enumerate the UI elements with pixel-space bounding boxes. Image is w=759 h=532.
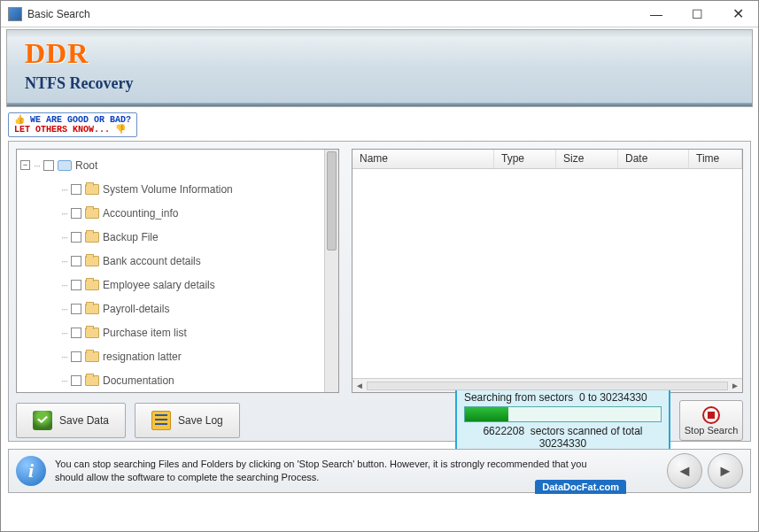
maximize-button[interactable]: ☐: [677, 1, 717, 27]
checkbox[interactable]: [71, 304, 81, 314]
list-header: NameTypeSizeDateTime: [352, 150, 742, 169]
folder-icon: [85, 208, 99, 219]
status-line1: Searching from sectors 0 to 30234330: [464, 391, 662, 404]
watermark: DataDocFat.com: [535, 480, 626, 494]
collapse-icon[interactable]: −: [20, 160, 30, 170]
folder-icon: [85, 184, 99, 195]
tree-item-label: Payroll-details: [103, 303, 169, 315]
column-header[interactable]: Type: [494, 150, 556, 168]
tree-item[interactable]: ···System Volume Information: [19, 177, 322, 201]
nav-prev-button[interactable]: ◄: [667, 453, 702, 489]
checkbox[interactable]: [43, 160, 54, 171]
save-data-button[interactable]: Save Data: [16, 403, 126, 438]
tree-item[interactable]: ···Purchase item list: [19, 320, 322, 344]
nav-next-button[interactable]: ►: [708, 453, 743, 489]
main-panel: −···Root···System Volume Information···A…: [8, 141, 751, 442]
status-line2: 6622208 sectors scanned of total 3023433…: [464, 425, 662, 450]
save-log-label: Save Log: [178, 414, 223, 427]
tree-item[interactable]: ···resignation latter: [19, 344, 322, 368]
tree-item-label: System Volume Information: [103, 183, 233, 196]
feedback-line2: LET OTHERS KNOW...: [14, 125, 110, 135]
folder-icon: [85, 304, 99, 314]
drive-icon: [58, 160, 72, 171]
app-icon: [8, 7, 22, 21]
folder-icon: [85, 375, 99, 386]
save-log-icon: [151, 411, 171, 430]
list-body: [352, 169, 742, 378]
column-header[interactable]: Name: [352, 150, 494, 168]
tree-item-label: Employee salary details: [103, 279, 215, 291]
tree-root[interactable]: −···Root: [19, 153, 322, 177]
brand-subtitle: NTFS Recovery: [25, 74, 734, 93]
tree-item[interactable]: ···Employee salary details: [19, 273, 322, 297]
hint-text: You can stop searching Files and Folders…: [55, 458, 743, 484]
folder-icon: [85, 280, 99, 290]
checkbox[interactable]: [71, 375, 81, 386]
stop-search-label: Stop Search: [685, 425, 739, 436]
tree-item[interactable]: ···Documentation: [19, 368, 322, 392]
checkbox[interactable]: [71, 351, 81, 362]
info-icon: i: [16, 456, 46, 486]
checkbox[interactable]: [71, 280, 81, 290]
scroll-left-icon[interactable]: ◄: [352, 381, 367, 390]
tree-item-label: Purchase item list: [103, 327, 187, 339]
checkbox[interactable]: [71, 208, 81, 219]
brand-logo: DDR: [25, 39, 734, 67]
tree-item[interactable]: ···Payroll-details: [19, 297, 322, 320]
folder-icon: [85, 256, 99, 266]
minimize-button[interactable]: —: [636, 1, 677, 27]
status-box: Searching from sectors 0 to 30234330 662…: [455, 386, 670, 455]
window-title: Basic Search: [27, 8, 636, 20]
checkbox[interactable]: [71, 328, 81, 338]
tree-item-label: Documentation: [103, 374, 174, 387]
checkbox[interactable]: [71, 256, 81, 266]
tree-item[interactable]: ···Bank account details: [19, 249, 322, 273]
banner: DDR NTFS Recovery: [6, 29, 753, 107]
checkbox[interactable]: [71, 232, 81, 243]
column-header[interactable]: Date: [618, 150, 689, 168]
file-list[interactable]: NameTypeSizeDateTime ◄ ►: [352, 149, 743, 393]
tree-item-label: resignation latter: [103, 351, 182, 363]
tree-item-label: Bank account details: [103, 255, 201, 267]
checkbox[interactable]: [71, 184, 81, 195]
tree-item[interactable]: ···Backup File: [19, 225, 322, 249]
tree-item-label: Backup File: [103, 231, 159, 243]
folder-icon: [85, 232, 99, 243]
folder-tree[interactable]: −···Root···System Volume Information···A…: [16, 149, 339, 393]
feedback-bar: 👍 WE ARE GOOD OR BAD? LET OTHERS KNOW...…: [8, 112, 751, 137]
titlebar: Basic Search — ☐ ✕: [1, 1, 758, 27]
folder-icon: [85, 328, 99, 338]
column-header[interactable]: Time: [689, 150, 742, 168]
close-button[interactable]: ✕: [717, 1, 758, 27]
tree-item-label: Accounting_info: [103, 207, 178, 220]
feedback-button[interactable]: 👍 WE ARE GOOD OR BAD? LET OTHERS KNOW...…: [8, 112, 137, 137]
column-header[interactable]: Size: [556, 150, 618, 168]
tree-root-label: Root: [75, 159, 97, 172]
scroll-right-icon[interactable]: ►: [728, 381, 742, 390]
stop-icon: [702, 406, 720, 424]
tree-scrollbar[interactable]: [324, 150, 338, 392]
hint-panel: i You can stop searching Files and Folde…: [8, 449, 751, 493]
save-log-button[interactable]: Save Log: [135, 403, 240, 438]
progress-bar: [464, 406, 662, 422]
folder-icon: [85, 351, 99, 362]
feedback-line1: WE ARE GOOD OR BAD?: [30, 115, 131, 125]
save-data-icon: [33, 411, 52, 430]
tree-item[interactable]: ···Accounting_info: [19, 201, 322, 225]
stop-search-button[interactable]: Stop Search: [679, 400, 743, 441]
save-data-label: Save Data: [59, 414, 109, 427]
